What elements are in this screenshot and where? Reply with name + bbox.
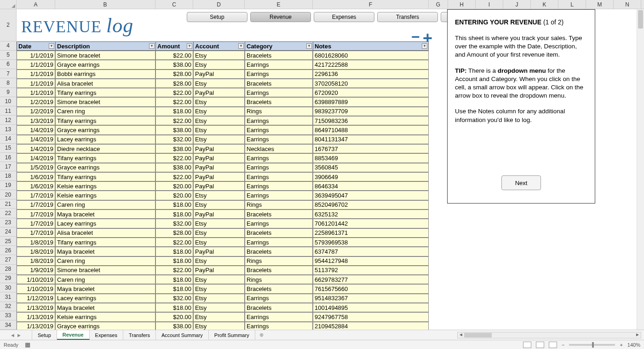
cell-acct[interactable]: PayPal	[193, 209, 245, 219]
zoom-out-icon[interactable]: −	[562, 342, 564, 348]
select-all-corner[interactable]	[0, 0, 17, 9]
column-header-L[interactable]: L	[558, 0, 586, 9]
cell-date[interactable]: 1/13/2019	[17, 303, 55, 312]
cell-acct[interactable]: Etsy	[193, 191, 245, 200]
cell-amt[interactable]: $22.00	[155, 97, 193, 106]
row-header-17[interactable]: 17	[0, 162, 16, 171]
cell-acct[interactable]: Etsy	[193, 79, 245, 88]
row-header-6[interactable]: 6	[0, 60, 16, 69]
cell-desc[interactable]: Tifany earrings	[55, 153, 155, 163]
column-header-notes[interactable]: Notes▾	[313, 41, 429, 51]
cell-desc[interactable]: Lacey earrings	[55, 219, 155, 228]
cell-cat[interactable]: Bracelets	[245, 247, 313, 256]
cell-amt[interactable]: $18.00	[155, 209, 193, 219]
cell-amt[interactable]: $22.00	[155, 116, 193, 125]
row-header-2[interactable]: 2	[0, 9, 16, 41]
cell-cat[interactable]: Bracelets	[245, 51, 313, 60]
row-header-8[interactable]: 8	[0, 78, 16, 87]
cell-acct[interactable]: PayPal	[193, 172, 245, 181]
cell-amt[interactable]: $18.00	[155, 200, 193, 209]
row-header-5[interactable]: 5	[0, 51, 16, 60]
row-header-11[interactable]: 11	[0, 106, 16, 116]
cell-notes[interactable]: 2109452884	[313, 322, 429, 330]
cell-desc[interactable]: Maya bracelet	[55, 284, 155, 293]
column-header-F[interactable]: F	[313, 0, 429, 9]
cell-date[interactable]: 1/1/2019	[17, 60, 55, 69]
cell-desc[interactable]: Maya bracelet	[55, 247, 155, 256]
column-header-K[interactable]: K	[531, 0, 558, 9]
cell-notes[interactable]: 9514832367	[313, 294, 429, 303]
cell-date[interactable]: 1/6/2019	[17, 172, 55, 181]
cell-desc[interactable]: Maya bracelet	[55, 209, 155, 219]
cell-notes[interactable]: 7061201442	[313, 219, 429, 228]
cell-desc[interactable]: Bobbi earrings	[55, 70, 155, 79]
zoom-level[interactable]: 140%	[627, 342, 640, 348]
row-header-16[interactable]: 16	[0, 153, 16, 162]
cell-acct[interactable]: Etsy	[193, 322, 245, 330]
cell-date[interactable]: 1/6/2019	[17, 181, 55, 191]
cell-amt[interactable]: $22.00	[155, 153, 193, 163]
cell-amt[interactable]: $32.00	[155, 294, 193, 303]
cell-acct[interactable]: Etsy	[193, 275, 245, 284]
horizontal-scroll-thumb[interactable]	[464, 333, 492, 337]
new-sheet-button[interactable]: ⊕	[255, 330, 268, 340]
cell-desc[interactable]: Grayce earrings	[55, 322, 155, 330]
cell-amt[interactable]: $18.00	[155, 256, 193, 266]
column-header-M[interactable]: M	[586, 0, 614, 9]
row-header-25[interactable]: 25	[0, 237, 16, 246]
cell-desc[interactable]: Lacey earrings	[55, 294, 155, 303]
cell-date[interactable]: 1/7/2019	[17, 191, 55, 200]
cell-acct[interactable]: Etsy	[193, 228, 245, 238]
cell-date[interactable]: 1/8/2019	[17, 247, 55, 256]
cell-acct[interactable]: Etsy	[193, 60, 245, 69]
cell-notes[interactable]: 5793969538	[313, 238, 429, 247]
cell-cat[interactable]: Bracelets	[245, 209, 313, 219]
filter-dropdown-icon[interactable]: ▾	[422, 43, 427, 49]
cell-desc[interactable]: Kelsie earrings	[55, 181, 155, 191]
cell-date[interactable]: 1/1/2019	[17, 70, 55, 79]
cell-desc[interactable]: Alisa bracelet	[55, 79, 155, 88]
column-header-G[interactable]: G	[429, 0, 448, 9]
cell-notes[interactable]: 4217222588	[313, 60, 429, 69]
sheet-tab-setup[interactable]: Setup	[32, 330, 57, 340]
cell-notes[interactable]: 7150983236	[313, 116, 429, 125]
row-header-28[interactable]: 28	[0, 265, 16, 274]
cell-date[interactable]: 1/4/2019	[17, 125, 55, 134]
cell-amt[interactable]: $32.00	[155, 135, 193, 144]
cell-notes[interactable]: 8646334	[313, 181, 429, 191]
cell-notes[interactable]: 9247967758	[313, 312, 429, 321]
cell-date[interactable]: 1/2/2019	[17, 97, 55, 106]
cell-date[interactable]: 1/10/2019	[17, 284, 55, 293]
cell-desc[interactable]: Simone bracelet	[55, 51, 155, 60]
cell-amt[interactable]: $38.00	[155, 163, 193, 172]
cell-desc[interactable]: Caren ring	[55, 200, 155, 209]
row-header-22[interactable]: 22	[0, 209, 16, 218]
zoom-in-icon[interactable]: +	[620, 342, 622, 348]
cell-cat[interactable]: Earrings	[245, 88, 313, 97]
filter-dropdown-icon[interactable]: ▾	[49, 43, 54, 49]
cell-desc[interactable]: Simone bracelet	[55, 97, 155, 106]
cell-amt[interactable]: $18.00	[155, 284, 193, 293]
view-page-break-icon[interactable]	[549, 342, 557, 348]
cell-desc[interactable]: Kelsie earrings	[55, 191, 155, 200]
sheet-tab-revenue[interactable]: Revenue	[57, 330, 90, 340]
cell-cat[interactable]: Bracelets	[245, 303, 313, 312]
row-header-31[interactable]: 31	[0, 292, 16, 302]
cell-cat[interactable]: Rings	[245, 200, 313, 209]
cell-notes[interactable]: 3702058120	[313, 79, 429, 88]
cell-acct[interactable]: Etsy	[193, 294, 245, 303]
cell-notes[interactable]: 8041131347	[313, 135, 429, 144]
cell-desc[interactable]: Grayce earrings	[55, 60, 155, 69]
cell-notes[interactable]: 6720920	[313, 88, 429, 97]
cell-cat[interactable]: Earrings	[245, 163, 313, 172]
row-header-23[interactable]: 23	[0, 218, 16, 227]
cell-amt[interactable]: $20.00	[155, 312, 193, 321]
cell-date[interactable]: 1/8/2019	[17, 238, 55, 247]
column-header-amount[interactable]: Amount▾	[155, 41, 193, 51]
cell-amt[interactable]: $18.00	[155, 107, 193, 116]
row-header-7[interactable]: 7	[0, 69, 16, 78]
cell-date[interactable]: 1/13/2019	[17, 322, 55, 330]
nav-button-setup[interactable]: Setup	[187, 12, 247, 22]
column-header-H[interactable]: H	[448, 0, 476, 9]
row-header-13[interactable]: 13	[0, 125, 16, 134]
